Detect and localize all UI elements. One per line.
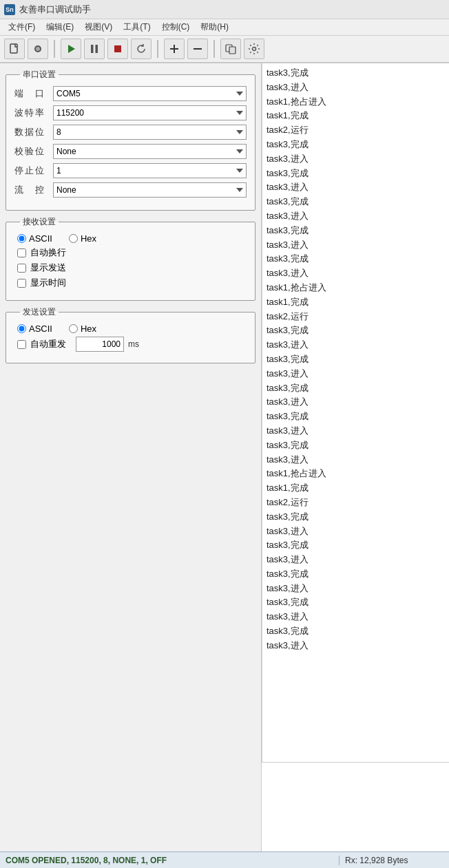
output-line: task3,进入 (267, 525, 445, 539)
receive-ascii-option[interactable]: ASCII (17, 233, 52, 244)
output-line: task1,抢占进入 (267, 281, 445, 295)
output-line: task3,进入 (267, 610, 445, 624)
stopbits-label: 停止位 (14, 165, 53, 177)
receive-settings-label: 接收设置 (20, 216, 59, 228)
output-line: task3,完成 (267, 438, 445, 453)
play-button[interactable] (61, 39, 81, 59)
send-settings-label: 发送设置 (20, 306, 59, 318)
menu-file[interactable]: 文件(F) (3, 20, 41, 34)
status-left: COM5 OPENED, 115200, 8, NONE, 1, OFF (0, 856, 339, 865)
status-right: Rx: 12,928 Bytes (339, 856, 449, 865)
menu-edit[interactable]: 编辑(E) (41, 20, 79, 34)
menu-help[interactable]: 帮助(H) (195, 20, 234, 34)
receive-ascii-radio[interactable] (17, 234, 26, 243)
output-line: task3,进入 (267, 81, 445, 95)
stopbits-row: 停止位 1 1.5 2 (14, 163, 247, 178)
show-send-row[interactable]: 显示发送 (14, 262, 247, 274)
flowcontrol-label: 流 控 (14, 184, 53, 196)
resend-interval-input[interactable] (76, 337, 124, 352)
stopbits-select[interactable]: 1 1.5 2 (53, 163, 247, 178)
parity-label: 校验位 (14, 145, 53, 158)
output-line: task3,完成 (267, 252, 445, 266)
baudrate-select[interactable]: 115200 9600 19200 38400 57600 230400 (53, 105, 247, 120)
flowcontrol-row: 流 控 None Hardware Software (14, 182, 247, 198)
port-label: 端 口 (14, 87, 53, 100)
output-line: task3,进入 (267, 424, 445, 438)
output-line: task2,运行 (267, 310, 445, 324)
show-time-row[interactable]: 显示时间 (14, 277, 247, 289)
databits-select[interactable]: 8 5 6 7 (53, 125, 247, 140)
output-line: task3,完成 (267, 324, 445, 338)
output-line: task3,进入 (267, 180, 445, 195)
baudrate-row: 波特率 115200 9600 19200 38400 57600 230400 (14, 105, 247, 120)
window-button[interactable] (220, 39, 241, 59)
minus-button[interactable] (187, 39, 208, 59)
show-time-checkbox[interactable] (17, 279, 26, 288)
refresh-button[interactable] (131, 39, 152, 59)
output-line: task3,完成 (267, 410, 445, 424)
parity-select[interactable]: None Even Odd Mark Space (53, 144, 247, 159)
resend-unit: ms (128, 339, 139, 349)
send-hex-label: Hex (81, 324, 96, 334)
show-time-label: 显示时间 (30, 277, 66, 289)
auto-newline-checkbox[interactable] (17, 248, 26, 257)
output-line: task3,完成 (267, 381, 445, 396)
output-line: task3,完成 (267, 167, 445, 181)
settings-button[interactable] (244, 39, 264, 59)
toolbar-separator-1 (54, 40, 55, 58)
output-line: task3,完成 (267, 567, 445, 582)
output-line: task2,运行 (267, 496, 445, 510)
show-send-checkbox[interactable] (17, 264, 26, 273)
auto-resend-checkbox[interactable] (17, 340, 26, 349)
svg-marker-3 (68, 45, 75, 53)
send-hex-option[interactable]: Hex (69, 324, 96, 334)
svg-rect-0 (10, 44, 17, 53)
app-icon: Sn (4, 4, 15, 15)
output-line: task3,完成 (267, 224, 445, 238)
output-line: task1,完成 (267, 481, 445, 496)
output-line: task3,进入 (267, 639, 445, 653)
send-text-input[interactable] (262, 763, 449, 851)
output-line: task3,完成 (267, 352, 445, 367)
parity-row: 校验位 None Even Odd Mark Space (14, 144, 247, 159)
output-line: task3,完成 (267, 195, 445, 209)
auto-newline-label: 自动换行 (30, 246, 66, 259)
port-select[interactable]: COM5 COM1 COM2 COM3 COM4 COM6 (53, 86, 247, 101)
svg-rect-5 (96, 45, 98, 53)
add-button[interactable] (164, 39, 185, 59)
auto-resend-row[interactable]: 自动重发 ms (14, 337, 247, 352)
output-line: task3,进入 (267, 209, 445, 224)
send-area (262, 762, 449, 851)
toolbar-separator-2 (157, 40, 158, 58)
send-ascii-radio[interactable] (17, 324, 26, 333)
new-doc-button[interactable] (4, 39, 25, 59)
pause-button[interactable] (84, 39, 105, 59)
output-line: task3,进入 (267, 152, 445, 167)
output-line: task3,进入 (267, 553, 445, 567)
toolbar-separator-3 (213, 40, 215, 58)
receive-hex-radio[interactable] (69, 234, 78, 243)
output-line: task1,抢占进入 (267, 95, 445, 109)
receive-hex-option[interactable]: Hex (69, 233, 96, 244)
send-ascii-option[interactable]: ASCII (17, 324, 52, 334)
output-line: task3,进入 (267, 238, 445, 253)
flowcontrol-select[interactable]: None Hardware Software (53, 182, 247, 198)
menu-tools[interactable]: 工具(T) (118, 20, 156, 34)
menu-control[interactable]: 控制(C) (156, 20, 196, 34)
serial-settings-group: 串口设置 端 口 COM5 COM1 COM2 COM3 COM4 COM6 波… (6, 69, 255, 211)
output-line: task3,进入 (267, 338, 445, 352)
svg-point-12 (253, 47, 256, 51)
databits-row: 数据位 8 5 6 7 (14, 125, 247, 140)
send-hex-radio[interactable] (69, 324, 78, 333)
show-send-label: 显示发送 (30, 262, 66, 274)
output-line: task3,完成 (267, 66, 445, 81)
auto-newline-row[interactable]: 自动换行 (14, 246, 247, 259)
output-line: task1,抢占进入 (267, 467, 445, 481)
status-bar: COM5 OPENED, 115200, 8, NONE, 1, OFF Rx:… (0, 851, 449, 868)
output-line: task3,完成 (267, 595, 445, 610)
stop-button[interactable] (107, 39, 128, 59)
record-button[interactable] (28, 39, 48, 59)
output-line: task3,进入 (267, 266, 445, 281)
serial-output[interactable]: task3,完成task3,进入task1,抢占进入task1,完成task2,… (262, 63, 449, 762)
menu-view[interactable]: 视图(V) (79, 20, 118, 34)
